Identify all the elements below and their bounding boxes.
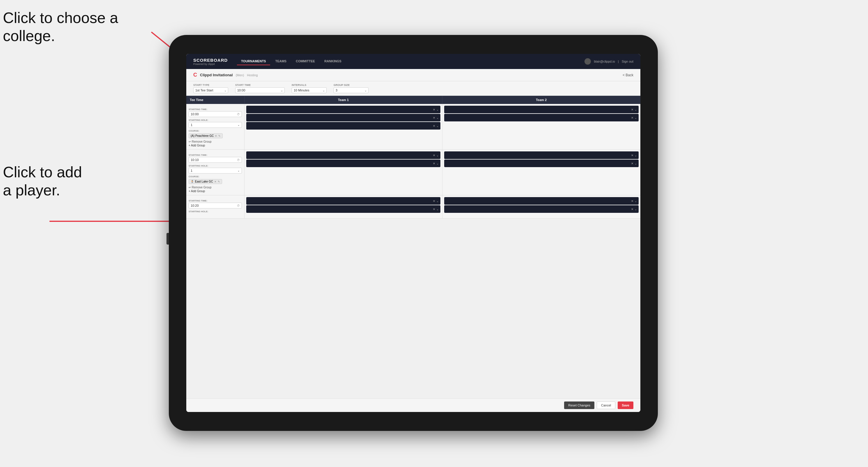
divider: |: [618, 60, 619, 63]
clippd-logo-icon: C: [193, 72, 197, 78]
group-team2-1: ✕ ⌄ ✕ ⌄: [442, 104, 640, 149]
logo-subtitle: Powered by clippd: [193, 63, 228, 65]
th-team2: Team 2: [442, 96, 640, 104]
cancel-button[interactable]: Cancel: [597, 402, 615, 409]
group-team1-1: ✕ ⌄ ✕ ⌄ ✕ ⌄: [245, 104, 442, 149]
start-type-select[interactable]: 1st Tee Start Shotgun Start: [193, 87, 228, 93]
slot-expand-2-2[interactable]: ⌄: [634, 116, 637, 119]
starting-time-input-1[interactable]: 10:00 ⏱: [189, 111, 242, 117]
breadcrumb-hosting: Hosting: [247, 73, 258, 77]
player-slot-6-2[interactable]: ✕ ⌄: [444, 205, 639, 213]
course-tag-remove-1[interactable]: ✕: [215, 134, 217, 137]
tablet-screen: SCOREBOARD Powered by clippd TOURNAMENTS…: [186, 54, 640, 412]
group-team1-2: ✕ ⌄ ✕ ⌄: [245, 150, 442, 195]
group-size-select[interactable]: 3 4: [334, 87, 369, 93]
sign-out-link[interactable]: Sign out: [622, 60, 633, 63]
annotation-player: Click to adda player.: [3, 163, 82, 199]
start-type-select-wrapper[interactable]: 1st Tee Start Shotgun Start: [193, 87, 228, 93]
group-size-group: Group Size 3 4: [334, 84, 369, 93]
starting-hole-label-2: STARTING HOLE:: [189, 164, 242, 167]
user-email: blair@clippd.io: [594, 60, 615, 63]
start-time-group: Start Time: [235, 84, 285, 93]
start-time-input[interactable]: [235, 87, 285, 93]
course-tag-edit-2[interactable]: ✎: [218, 180, 220, 183]
starting-time-input-2[interactable]: 10:10 ⏱: [189, 157, 242, 163]
tournament-name: Clippd Invitational: [200, 73, 233, 77]
slot-x-2-1[interactable]: ✕: [631, 108, 633, 111]
intervals-select[interactable]: 10 Minutes 8 Minutes 12 Minutes: [292, 87, 327, 93]
course-tag-1[interactable]: (A) Peachtree GC ✕ ✎: [189, 133, 223, 138]
slot-expand-1-3[interactable]: ⌄: [436, 124, 439, 127]
th-tee-time: Tee Time: [186, 96, 245, 104]
group-row-1: STARTING TIME: 10:00 ⏱ STARTING HOLE: 1 …: [186, 104, 640, 150]
slot-expand-1-1[interactable]: ⌄: [436, 108, 439, 111]
group-left-3: STARTING TIME: 10:20 ⏱ STARTING HOLE:: [186, 195, 245, 218]
starting-hole-label-1: STARTING HOLE:: [189, 119, 242, 121]
remove-group-1[interactable]: ↩ Remove Group: [189, 140, 242, 143]
group-team1-3: ✕ ⌄ ✕ ⌄: [245, 195, 442, 218]
nav-tab-teams[interactable]: TEAMS: [271, 58, 291, 65]
start-time-label: Start Time: [235, 84, 285, 87]
slot-expand-2-1[interactable]: ⌄: [634, 108, 637, 111]
avatar: [585, 58, 591, 65]
slot-x-2-2[interactable]: ✕: [631, 116, 633, 119]
reset-changes-button[interactable]: Reset Changes: [564, 402, 594, 409]
group-size-label: Group Size: [334, 84, 369, 87]
starting-hole-select-2[interactable]: 1 ⌄: [189, 168, 242, 174]
slot-x-1-1[interactable]: ✕: [433, 108, 435, 111]
starting-hole-select-1[interactable]: 1 ⌄: [189, 122, 242, 128]
slot-x-1-3[interactable]: ✕: [433, 124, 435, 127]
nav-tab-tournaments[interactable]: TOURNAMENTS: [237, 58, 270, 65]
back-button[interactable]: < Back: [623, 73, 633, 77]
tablet-frame: SCOREBOARD Powered by clippd TOURNAMENTS…: [169, 35, 658, 431]
starting-time-label-2: STARTING TIME:: [189, 154, 242, 156]
tablet-side-button: [166, 233, 169, 245]
course-tag-edit-1[interactable]: ✎: [218, 134, 221, 137]
player-slot-4-2[interactable]: ✕ ⌄: [444, 160, 639, 167]
player-slot-1-2[interactable]: ✕ ⌄: [246, 114, 440, 121]
group-team2-3: ✕ ⌄ ✕ ⌄: [442, 195, 640, 218]
th-team1: Team 1: [245, 96, 442, 104]
intervals-group: Intervals 10 Minutes 8 Minutes 12 Minute…: [292, 84, 327, 93]
player-slot-2-1[interactable]: ✕ ⌄: [444, 106, 639, 113]
breadcrumb-bar: C Clippd Invitational (Men) Hosting < Ba…: [186, 69, 640, 81]
remove-group-2[interactable]: ↩ Remove Group: [189, 186, 242, 189]
starting-time-label-3: STARTING TIME:: [189, 199, 242, 202]
group-left-2: STARTING TIME: 10:10 ⏱ STARTING HOLE: 1 …: [186, 150, 245, 195]
group-row-2: STARTING TIME: 10:10 ⏱ STARTING HOLE: 1 …: [186, 150, 640, 195]
footer-bar: Reset Changes Cancel Save: [186, 398, 640, 412]
player-slot-3-2[interactable]: ✕ ⌄: [246, 160, 440, 167]
app-header: SCOREBOARD Powered by clippd TOURNAMENTS…: [186, 54, 640, 69]
group-actions-2: ↩ Remove Group + Add Group: [189, 186, 242, 193]
nav-tab-committee[interactable]: COMMITTEE: [292, 58, 319, 65]
header-user: blair@clippd.io | Sign out: [585, 58, 633, 65]
slot-x-1-2[interactable]: ✕: [433, 116, 435, 119]
player-slot-1-3[interactable]: ✕ ⌄: [246, 122, 440, 130]
group-actions-1: ↩ Remove Group + Add Group: [189, 140, 242, 147]
table-header: Tee Time Team 1 Team 2: [186, 96, 640, 104]
add-group-1[interactable]: + Add Group: [189, 144, 242, 147]
nav-tab-rankings[interactable]: RANKINGS: [320, 58, 345, 65]
add-group-2[interactable]: + Add Group: [189, 190, 242, 193]
group-size-select-wrapper[interactable]: 3 4: [334, 87, 369, 93]
save-button[interactable]: Save: [618, 402, 633, 409]
annotation-college: Click to choose acollege.: [3, 9, 118, 45]
course-tag-remove-2[interactable]: ✕: [214, 180, 217, 183]
group-row-3: STARTING TIME: 10:20 ⏱ STARTING HOLE: ✕ …: [186, 195, 640, 219]
starting-time-input-3[interactable]: 10:20 ⏱: [189, 203, 242, 209]
group-team2-2: ✕ ⌄ ✕ ⌄: [442, 150, 640, 195]
course-tag-2[interactable]: 🏌 East Lake GC ✕ ✎: [189, 179, 222, 184]
group-left-1: STARTING TIME: 10:00 ⏱ STARTING HOLE: 1 …: [186, 104, 245, 149]
main-content[interactable]: STARTING TIME: 10:00 ⏱ STARTING HOLE: 1 …: [186, 104, 640, 398]
player-slot-5-2[interactable]: ✕ ⌄: [246, 205, 440, 213]
player-slot-4-1[interactable]: ✕ ⌄: [444, 151, 639, 159]
player-slot-1-1[interactable]: ✕ ⌄: [246, 106, 440, 113]
slot-expand-1-2[interactable]: ⌄: [436, 116, 439, 119]
player-slot-3-1[interactable]: ✕ ⌄: [246, 151, 440, 159]
start-time-select-wrapper[interactable]: [235, 87, 285, 93]
player-slot-2-2[interactable]: ✕ ⌄: [444, 114, 639, 121]
scoreboard-logo: SCOREBOARD Powered by clippd: [193, 58, 228, 65]
player-slot-6-1[interactable]: ✕ ⌄: [444, 197, 639, 205]
intervals-select-wrapper[interactable]: 10 Minutes 8 Minutes 12 Minutes: [292, 87, 327, 93]
player-slot-5-1[interactable]: ✕ ⌄: [246, 197, 440, 205]
